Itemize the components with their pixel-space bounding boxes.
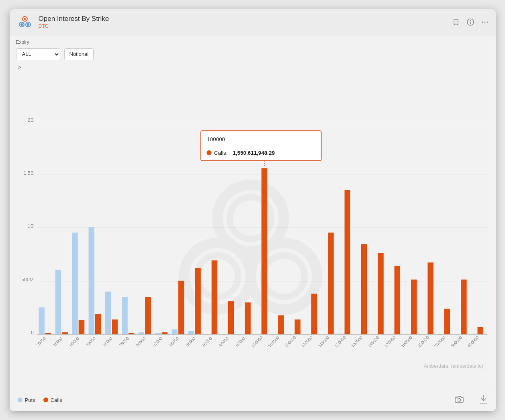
- svg-text:500M: 500M: [21, 277, 33, 282]
- puts-dot: [18, 397, 22, 402]
- svg-rect-61: [427, 262, 433, 334]
- svg-point-102: [458, 398, 460, 401]
- svg-rect-41: [95, 314, 101, 334]
- svg-rect-40: [78, 320, 84, 334]
- titlebar-actions: [452, 18, 489, 27]
- info-icon[interactable]: [466, 18, 475, 27]
- svg-point-1: [19, 22, 25, 27]
- svg-rect-34: [122, 297, 127, 334]
- svg-text:1.5B: 1.5B: [23, 170, 34, 176]
- svg-point-11: [487, 21, 488, 23]
- svg-rect-49: [228, 301, 233, 334]
- svg-rect-56: [344, 190, 350, 334]
- camera-icon[interactable]: [455, 395, 464, 405]
- svg-rect-48: [211, 260, 217, 334]
- calls-legend: Calls: [43, 397, 62, 403]
- calls-dot: [43, 397, 48, 402]
- svg-point-8: [470, 20, 471, 21]
- svg-rect-57: [361, 244, 366, 334]
- svg-rect-55: [328, 232, 333, 334]
- svg-rect-58: [378, 253, 383, 334]
- svg-rect-32: [88, 227, 94, 334]
- svg-rect-29: [39, 307, 44, 334]
- puts-legend: Puts: [18, 397, 35, 403]
- svg-point-10: [484, 21, 485, 23]
- chart-title: Open Interest By Strike: [39, 15, 452, 23]
- svg-rect-50: [245, 302, 250, 334]
- calls-label: Calls: [51, 397, 62, 403]
- svg-text:1B: 1B: [27, 223, 33, 229]
- svg-rect-42: [112, 319, 117, 334]
- chart-subtitle: BTC: [39, 23, 452, 29]
- more-icon[interactable]: [480, 18, 489, 27]
- svg-text:Amberdata, (amberdata.io): Amberdata, (amberdata.io): [423, 363, 483, 369]
- svg-point-2: [25, 22, 31, 27]
- notional-button[interactable]: Notional: [64, 48, 94, 60]
- svg-point-9: [482, 21, 483, 23]
- svg-point-98: [206, 150, 211, 155]
- svg-rect-52: [278, 315, 284, 334]
- chart-legend: Puts Calls: [18, 397, 62, 403]
- expiry-label: Expiry: [16, 39, 489, 45]
- svg-rect-96: [200, 131, 321, 160]
- titlebar-text: Open Interest By Strike BTC: [39, 15, 452, 29]
- expand-icon[interactable]: >: [16, 63, 24, 72]
- svg-rect-65: [172, 329, 177, 334]
- svg-rect-30: [55, 270, 61, 334]
- svg-rect-53: [294, 319, 300, 334]
- controls-bar: Expiry ALL Notional: [10, 35, 496, 63]
- svg-rect-54: [311, 293, 317, 334]
- svg-rect-62: [444, 308, 450, 334]
- chart-svg: 0 500M 1B 1.5B 2B: [10, 72, 496, 389]
- svg-text:2B: 2B: [27, 117, 33, 123]
- app-logo: [16, 13, 34, 31]
- download-icon[interactable]: [480, 395, 488, 406]
- controls-row: ALL Notional: [16, 48, 489, 60]
- bookmark-icon[interactable]: [452, 18, 460, 27]
- expiry-select[interactable]: ALL: [16, 48, 60, 60]
- svg-rect-59: [394, 266, 400, 334]
- svg-rect-63: [461, 279, 466, 334]
- svg-rect-47: [195, 268, 200, 334]
- svg-rect-46: [178, 281, 184, 334]
- svg-text:1,550,611,948.29: 1,550,611,948.29: [233, 150, 275, 156]
- svg-rect-64: [477, 327, 483, 334]
- svg-rect-33: [105, 291, 110, 334]
- svg-rect-31: [72, 232, 78, 334]
- puts-label: Puts: [25, 397, 35, 403]
- chart-area: 0 500M 1B 1.5B 2B: [10, 72, 496, 389]
- titlebar: Open Interest By Strike BTC: [10, 9, 496, 35]
- svg-rect-44: [145, 297, 151, 334]
- footer-actions: [455, 395, 488, 406]
- main-window: Open Interest By Strike BTC: [10, 9, 496, 411]
- svg-rect-60: [411, 279, 417, 334]
- svg-text:0: 0: [31, 330, 34, 336]
- svg-rect-51: [261, 168, 267, 334]
- svg-text:100000: 100000: [207, 136, 225, 142]
- footer: Puts Calls: [10, 389, 496, 411]
- svg-rect-66: [188, 331, 194, 334]
- svg-point-0: [22, 16, 28, 22]
- svg-text:Calls:: Calls:: [214, 150, 227, 156]
